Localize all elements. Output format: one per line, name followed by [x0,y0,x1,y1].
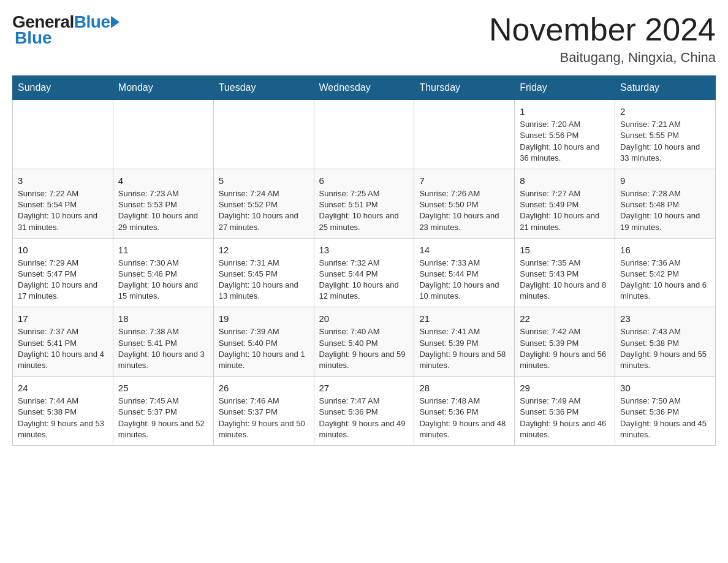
calendar-cell [213,100,314,169]
sun-info: Sunrise: 7:21 AMSunset: 5:55 PMDaylight:… [620,119,710,164]
calendar-cell [13,100,113,169]
day-number: 15 [520,243,610,256]
sun-info: Sunrise: 7:39 AMSunset: 5:40 PMDaylight:… [219,326,309,371]
day-number: 18 [118,312,208,325]
sun-info: Sunrise: 7:36 AMSunset: 5:42 PMDaylight:… [620,258,710,302]
page-header: GeneralBlue Blue November 2024 Baitugang… [12,12,716,66]
sun-info: Sunrise: 7:44 AMSunset: 5:38 PMDaylight:… [18,396,108,440]
sun-info: Sunrise: 7:29 AMSunset: 5:47 PMDaylight:… [18,258,108,302]
calendar-cell: 19Sunrise: 7:39 AMSunset: 5:40 PMDayligh… [213,307,314,377]
sun-info: Sunrise: 7:38 AMSunset: 5:41 PMDaylight:… [118,326,208,371]
title-section: November 2024 Baitugang, Ningxia, China [489,12,716,66]
day-number: 25 [118,381,208,394]
calendar-cell: 5Sunrise: 7:24 AMSunset: 5:52 PMDaylight… [213,169,314,238]
sun-info: Sunrise: 7:43 AMSunset: 5:38 PMDaylight:… [620,326,710,371]
sun-info: Sunrise: 7:42 AMSunset: 5:39 PMDaylight:… [520,326,610,371]
calendar-cell: 27Sunrise: 7:47 AMSunset: 5:36 PMDayligh… [314,377,414,446]
calendar-cell [113,100,213,169]
logo-blue-text: Blue [74,12,110,32]
day-number: 24 [18,381,108,394]
calendar-cell: 3Sunrise: 7:22 AMSunset: 5:54 PMDaylight… [13,169,113,238]
calendar-header-row: SundayMondayTuesdayWednesdayThursdayFrid… [13,76,716,100]
calendar-cell: 26Sunrise: 7:46 AMSunset: 5:37 PMDayligh… [213,377,314,446]
calendar-cell: 17Sunrise: 7:37 AMSunset: 5:41 PMDayligh… [13,307,113,377]
day-number: 4 [118,174,208,187]
logo-bottom: Blue [15,28,52,48]
calendar-cell: 30Sunrise: 7:50 AMSunset: 5:36 PMDayligh… [615,377,716,446]
sun-info: Sunrise: 7:23 AMSunset: 5:53 PMDaylight:… [118,188,208,233]
calendar-header-tuesday: Tuesday [213,76,314,100]
calendar-table: SundayMondayTuesdayWednesdayThursdayFrid… [12,75,716,446]
calendar-cell: 8Sunrise: 7:27 AMSunset: 5:49 PMDaylight… [515,169,615,238]
sun-info: Sunrise: 7:22 AMSunset: 5:54 PMDaylight:… [18,188,108,233]
calendar-cell [414,100,515,169]
calendar-cell: 12Sunrise: 7:31 AMSunset: 5:45 PMDayligh… [213,238,314,307]
calendar-cell: 28Sunrise: 7:48 AMSunset: 5:36 PMDayligh… [414,377,515,446]
calendar-cell [314,100,414,169]
sun-info: Sunrise: 7:28 AMSunset: 5:48 PMDaylight:… [620,188,710,233]
day-number: 22 [520,312,610,325]
sun-info: Sunrise: 7:26 AMSunset: 5:50 PMDaylight:… [419,188,509,233]
sun-info: Sunrise: 7:24 AMSunset: 5:52 PMDaylight:… [219,188,309,233]
logo-triangle-icon [111,16,119,28]
day-number: 14 [419,243,509,256]
calendar-cell: 2Sunrise: 7:21 AMSunset: 5:55 PMDaylight… [615,100,716,169]
day-number: 28 [419,381,509,394]
calendar-week-row: 3Sunrise: 7:22 AMSunset: 5:54 PMDaylight… [13,169,716,238]
day-number: 26 [219,381,309,394]
sun-info: Sunrise: 7:25 AMSunset: 5:51 PMDaylight:… [319,188,409,233]
calendar-header-saturday: Saturday [615,76,716,100]
sun-info: Sunrise: 7:46 AMSunset: 5:37 PMDaylight:… [219,396,309,440]
calendar-header-friday: Friday [515,76,615,100]
day-number: 6 [319,174,409,187]
sun-info: Sunrise: 7:27 AMSunset: 5:49 PMDaylight:… [520,188,610,233]
day-number: 7 [419,174,509,187]
sun-info: Sunrise: 7:37 AMSunset: 5:41 PMDaylight:… [18,326,108,371]
day-number: 29 [520,381,610,394]
calendar-cell: 20Sunrise: 7:40 AMSunset: 5:40 PMDayligh… [314,307,414,377]
calendar-cell: 14Sunrise: 7:33 AMSunset: 5:44 PMDayligh… [414,238,515,307]
sun-info: Sunrise: 7:49 AMSunset: 5:36 PMDaylight:… [520,396,610,440]
day-number: 2 [620,105,710,118]
calendar-cell: 1Sunrise: 7:20 AMSunset: 5:56 PMDaylight… [515,100,615,169]
sun-info: Sunrise: 7:32 AMSunset: 5:44 PMDaylight:… [319,258,409,302]
sun-info: Sunrise: 7:50 AMSunset: 5:36 PMDaylight:… [620,396,710,440]
day-number: 30 [620,381,710,394]
day-number: 17 [18,312,108,325]
logo: GeneralBlue Blue [12,12,118,48]
calendar-cell: 29Sunrise: 7:49 AMSunset: 5:36 PMDayligh… [515,377,615,446]
day-number: 13 [319,243,409,256]
calendar-week-row: 17Sunrise: 7:37 AMSunset: 5:41 PMDayligh… [13,307,716,377]
day-number: 3 [18,174,108,187]
day-number: 11 [118,243,208,256]
calendar-header-thursday: Thursday [414,76,515,100]
calendar-header-monday: Monday [113,76,213,100]
sun-info: Sunrise: 7:30 AMSunset: 5:46 PMDaylight:… [118,258,208,302]
day-number: 9 [620,174,710,187]
calendar-week-row: 24Sunrise: 7:44 AMSunset: 5:38 PMDayligh… [13,377,716,446]
calendar-cell: 25Sunrise: 7:45 AMSunset: 5:37 PMDayligh… [113,377,213,446]
sun-info: Sunrise: 7:20 AMSunset: 5:56 PMDaylight:… [520,119,610,164]
sun-info: Sunrise: 7:35 AMSunset: 5:43 PMDaylight:… [520,258,610,302]
day-number: 5 [219,174,309,187]
calendar-cell: 21Sunrise: 7:41 AMSunset: 5:39 PMDayligh… [414,307,515,377]
day-number: 23 [620,312,710,325]
day-number: 12 [219,243,309,256]
day-number: 21 [419,312,509,325]
calendar-cell: 13Sunrise: 7:32 AMSunset: 5:44 PMDayligh… [314,238,414,307]
sun-info: Sunrise: 7:33 AMSunset: 5:44 PMDaylight:… [419,258,509,302]
calendar-week-row: 10Sunrise: 7:29 AMSunset: 5:47 PMDayligh… [13,238,716,307]
calendar-cell: 16Sunrise: 7:36 AMSunset: 5:42 PMDayligh… [615,238,716,307]
sun-info: Sunrise: 7:48 AMSunset: 5:36 PMDaylight:… [419,396,509,440]
day-number: 19 [219,312,309,325]
sun-info: Sunrise: 7:47 AMSunset: 5:36 PMDaylight:… [319,396,409,440]
day-number: 10 [18,243,108,256]
sun-info: Sunrise: 7:45 AMSunset: 5:37 PMDaylight:… [118,396,208,440]
calendar-cell: 7Sunrise: 7:26 AMSunset: 5:50 PMDaylight… [414,169,515,238]
calendar-cell: 11Sunrise: 7:30 AMSunset: 5:46 PMDayligh… [113,238,213,307]
sun-info: Sunrise: 7:41 AMSunset: 5:39 PMDaylight:… [419,326,509,371]
day-number: 1 [520,105,610,118]
day-number: 16 [620,243,710,256]
calendar-cell: 15Sunrise: 7:35 AMSunset: 5:43 PMDayligh… [515,238,615,307]
day-number: 8 [520,174,610,187]
